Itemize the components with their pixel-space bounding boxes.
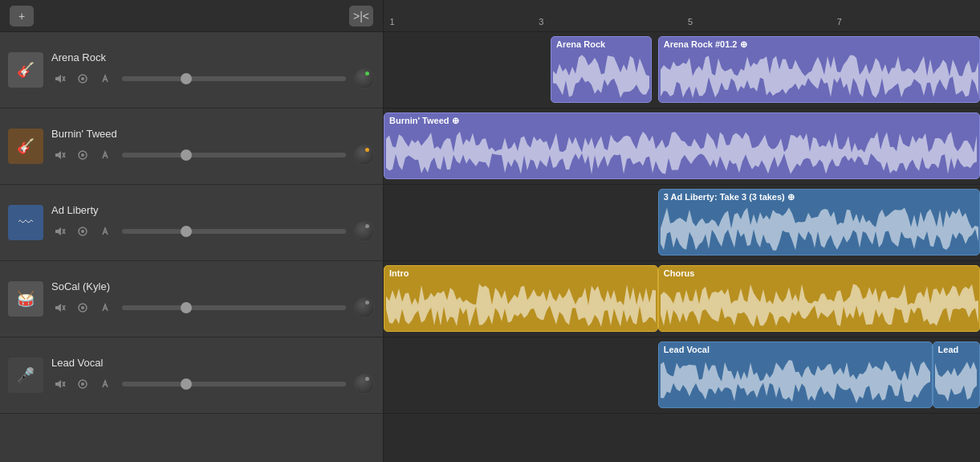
track-name-socal-kyle: SoCal (Kyle) (51, 280, 375, 292)
clip-label-burnin-tweed-0: Burnin' Tweed ⊕ (384, 113, 979, 129)
svg-point-3 (81, 77, 84, 80)
timeline-ruler: 1357 (384, 0, 980, 32)
volume-thumb-lead-vocal (181, 378, 192, 390)
track-icon-ad-liberty: 〰 (18, 215, 33, 231)
ruler-mark: 1 (389, 17, 394, 27)
track-info-burnin-tweed: Burnin' Tweed (51, 128, 375, 166)
track-name-burnin-tweed: Burnin' Tweed (51, 128, 375, 140)
pan-knob-burnin-tweed[interactable] (354, 145, 375, 166)
track-thumbnail-lead-vocal: 🎤 (8, 358, 43, 393)
track-controls-ad-liberty (51, 221, 375, 242)
ruler-mark: 7 (837, 17, 842, 27)
track-name-lead-vocal: Lead Vocal (51, 357, 375, 369)
clip-waveform-socal-kyle-1 (661, 281, 979, 329)
volume-thumb-socal-kyle (181, 302, 192, 313)
svg-point-23 (81, 382, 84, 386)
volume-slider-lead-vocal[interactable] (122, 382, 346, 386)
clip-burnin-tweed-0[interactable]: Burnin' Tweed ⊕ (384, 112, 980, 179)
track-info-socal-kyle: SoCal (Kyle) (51, 280, 375, 318)
clip-waveform-lead-vocal-1 (935, 358, 979, 406)
timeline-row-lead-vocal: Lead VocalLead (384, 337, 980, 414)
volume-thumb-burnin-tweed (181, 149, 192, 161)
track-icon-socal-kyle: 🥁 (17, 290, 35, 308)
clip-waveform-ad-liberty-0 (661, 205, 979, 253)
record-button-lead-vocal[interactable] (96, 377, 114, 391)
clip-label-arena-rock-1: Arena Rock #01.2 ⊕ (659, 37, 979, 52)
clip-label-lead-vocal-1: Lead (933, 342, 979, 357)
clip-label-ad-liberty-0: 3 Ad Liberty: Take 3 (3 takes) ⊕ (659, 190, 979, 205)
volume-slider-socal-kyle[interactable] (122, 305, 346, 310)
solo-button-arena-rock[interactable] (74, 72, 91, 86)
svg-point-13 (81, 230, 84, 233)
record-button-arena-rock[interactable] (96, 72, 114, 86)
volume-slider-arena-rock[interactable] (122, 76, 346, 81)
track-controls-lead-vocal (51, 374, 375, 395)
smart-controls-button[interactable]: >|< (349, 6, 373, 27)
clip-waveform-arena-rock-0 (553, 52, 651, 100)
timeline-row-burnin-tweed: Burnin' Tweed ⊕ (384, 108, 980, 185)
svg-point-18 (81, 306, 84, 309)
clip-waveform-socal-kyle-0 (386, 281, 657, 329)
track-row-lead-vocal: 🎤 Lead Vocal (0, 337, 383, 414)
timeline-row-socal-kyle: IntroChorus (384, 261, 980, 337)
volume-thumb-arena-rock (181, 73, 192, 84)
solo-button-socal-kyle[interactable] (74, 301, 91, 315)
clip-socal-kyle-1[interactable]: Chorus (658, 265, 980, 332)
pan-knob-lead-vocal[interactable] (354, 374, 375, 395)
track-thumbnail-burnin-tweed: 🎸 (8, 129, 43, 164)
volume-slider-burnin-tweed[interactable] (122, 153, 346, 157)
mute-button-lead-vocal[interactable] (51, 377, 69, 391)
timeline-tracks: Arena RockArena Rock #01.2 ⊕Burnin' Twee… (384, 32, 980, 462)
pan-knob-ad-liberty[interactable] (354, 221, 375, 242)
track-row-ad-liberty: 〰 Ad Liberty (0, 185, 383, 261)
clip-lead-vocal-0[interactable]: Lead Vocal (658, 341, 933, 408)
record-button-burnin-tweed[interactable] (96, 148, 114, 162)
svg-point-8 (81, 153, 84, 157)
track-icon-burnin-tweed: 🎸 (17, 137, 35, 155)
track-thumbnail-ad-liberty: 〰 (8, 205, 43, 240)
mute-button-burnin-tweed[interactable] (51, 148, 69, 162)
timeline-area: 1357 Arena RockArena Rock #01.2 ⊕Burnin'… (384, 0, 980, 462)
track-info-ad-liberty: Ad Liberty (51, 204, 375, 242)
clip-ad-liberty-0[interactable]: 3 Ad Liberty: Take 3 (3 takes) ⊕ (658, 189, 980, 256)
mute-button-ad-liberty[interactable] (51, 224, 69, 239)
volume-slider-ad-liberty[interactable] (122, 229, 346, 234)
track-controls-arena-rock (51, 68, 375, 89)
track-icon-lead-vocal: 🎤 (17, 366, 35, 384)
add-track-button[interactable]: + (10, 6, 34, 27)
track-list-header: + >|< (0, 0, 383, 32)
clip-socal-kyle-0[interactable]: Intro (384, 265, 658, 332)
solo-button-burnin-tweed[interactable] (74, 148, 91, 162)
ruler-mark: 3 (539, 17, 543, 27)
record-button-ad-liberty[interactable] (96, 224, 114, 239)
clip-lead-vocal-1[interactable]: Lead (933, 341, 980, 408)
clip-label-socal-kyle-1: Chorus (659, 266, 979, 280)
mute-button-socal-kyle[interactable] (51, 301, 69, 315)
clip-arena-rock-1[interactable]: Arena Rock #01.2 ⊕ (658, 36, 980, 103)
track-list: + >|< 🎸 Arena Rock (0, 0, 384, 462)
clip-label-arena-rock-0: Arena Rock (551, 37, 651, 51)
pan-knob-arena-rock[interactable] (354, 68, 375, 89)
track-controls-burnin-tweed (51, 145, 375, 166)
track-name-ad-liberty: Ad Liberty (51, 204, 375, 216)
track-info-lead-vocal: Lead Vocal (51, 357, 375, 395)
track-info-arena-rock: Arena Rock (51, 51, 375, 89)
track-name-arena-rock: Arena Rock (51, 51, 375, 63)
solo-button-ad-liberty[interactable] (74, 224, 91, 239)
clip-arena-rock-0[interactable]: Arena Rock (551, 36, 652, 103)
clip-waveform-burnin-tweed-0 (386, 129, 979, 177)
timeline-row-ad-liberty: 3 Ad Liberty: Take 3 (3 takes) ⊕ (384, 185, 980, 261)
solo-button-lead-vocal[interactable] (74, 377, 91, 391)
record-button-socal-kyle[interactable] (96, 301, 114, 315)
clip-waveform-lead-vocal-0 (661, 358, 932, 406)
mute-button-arena-rock[interactable] (51, 72, 69, 86)
clip-label-socal-kyle-0: Intro (384, 266, 657, 280)
track-thumbnail-socal-kyle: 🥁 (8, 281, 43, 317)
ruler-mark: 5 (688, 17, 693, 27)
clip-label-lead-vocal-0: Lead Vocal (659, 342, 932, 357)
timeline-row-arena-rock: Arena RockArena Rock #01.2 ⊕ (384, 32, 980, 108)
track-icon-arena-rock: 🎸 (17, 61, 35, 79)
volume-thumb-ad-liberty (181, 226, 192, 237)
pan-knob-socal-kyle[interactable] (354, 297, 375, 318)
track-row-socal-kyle: 🥁 SoCal (Kyle) (0, 261, 383, 337)
